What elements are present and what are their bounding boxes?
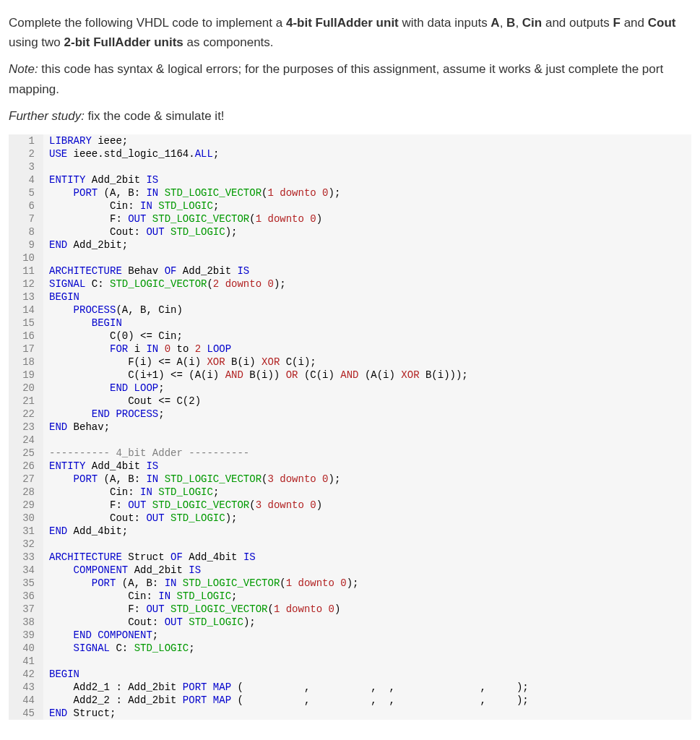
token-kw: IS xyxy=(146,174,158,186)
token-ident: (A, B: xyxy=(98,187,146,199)
line-number: 32 xyxy=(9,538,43,551)
code-content: Cin: IN STD_LOGIC; xyxy=(43,199,219,212)
line-number: 41 xyxy=(9,655,43,668)
code-line: 16 C(0) <= Cin; xyxy=(9,330,691,343)
code-content: END Struct; xyxy=(43,707,116,720)
line-number: 19 xyxy=(9,369,43,382)
token-ident: to xyxy=(170,343,195,355)
token-ident: ieee; xyxy=(92,135,128,147)
token-kw: PORT MAP xyxy=(183,694,231,706)
token-kw: BEGIN xyxy=(49,291,79,303)
token-ident: (C(i) xyxy=(298,369,340,381)
line-number: 12 xyxy=(9,278,43,291)
token-kw: IN xyxy=(146,343,158,355)
token-punct: ); xyxy=(329,473,341,485)
token-kw: END COMPONENT xyxy=(74,629,152,641)
token-kw: OUT xyxy=(146,603,164,615)
code-content: END Add_2bit; xyxy=(43,238,128,251)
code-content: END COMPONENT; xyxy=(43,629,158,642)
note-text: this code has syntax & logical errors; f… xyxy=(9,62,663,95)
token-kw: IN xyxy=(158,590,170,602)
code-content: END LOOP; xyxy=(43,382,165,395)
code-line: 13BEGIN xyxy=(9,291,691,304)
token-kw: PORT xyxy=(74,473,98,485)
token-ident: Cout: xyxy=(49,512,146,524)
token-kw: IS xyxy=(146,460,158,472)
line-number: 45 xyxy=(9,707,43,720)
token-kw: IN xyxy=(146,473,158,485)
bold: Cin xyxy=(522,16,542,30)
token-ident xyxy=(49,642,74,654)
line-number: 4 xyxy=(9,173,43,186)
line-number: 37 xyxy=(9,603,43,616)
token-ident: Add_4bit; xyxy=(67,525,128,537)
token-kw: SIGNAL xyxy=(74,642,110,654)
token-ident: Add2_2 : Add_2bit xyxy=(49,694,183,706)
line-number: 43 xyxy=(9,681,43,694)
code-content: Cout: OUT STD_LOGIC); xyxy=(43,616,256,629)
token-num: 1 downto 0 xyxy=(274,603,334,615)
code-line: 42BEGIN xyxy=(9,668,691,681)
token-kw: IS xyxy=(243,551,256,563)
token-type: STD_LOGIC_VECTOR xyxy=(152,213,249,225)
token-num: 3 downto 0 xyxy=(267,473,328,485)
token-ident: (A, B: xyxy=(116,577,164,589)
token-op: OR xyxy=(286,369,298,381)
code-content: PORT (A, B: IN STD_LOGIC_VECTOR(3 downto… xyxy=(43,473,340,486)
prompt-further-study: Further study: fix the code & simulate i… xyxy=(9,106,691,126)
token-ident: C: xyxy=(85,278,110,290)
token-ident: ( , , , , ); xyxy=(231,681,529,693)
token-kw: FOR xyxy=(110,343,128,355)
code-line: 31END Add_4bit; xyxy=(9,525,691,538)
token-kw: OUT xyxy=(146,226,164,238)
code-line: 18 F(i) <= A(i) XOR B(i) XOR C(i); xyxy=(9,356,691,369)
line-number: 17 xyxy=(9,343,43,356)
token-kw: LOOP xyxy=(207,343,232,355)
token-kw: IN xyxy=(146,187,158,199)
token-ident xyxy=(158,343,164,355)
line-number: 5 xyxy=(9,186,43,199)
code-line: 8 Cout: OUT STD_LOGIC); xyxy=(9,225,691,238)
code-content: COMPONENT Add_2bit IS xyxy=(43,564,201,577)
code-content: ARCHITECTURE Struct OF Add_4bit IS xyxy=(43,551,256,564)
code-content: BEGIN xyxy=(43,668,79,681)
token-kw: END xyxy=(49,525,67,537)
bold: B xyxy=(506,16,515,30)
token-ident xyxy=(49,408,92,420)
code-content: F: OUT STD_LOGIC_VECTOR(1 downto 0) xyxy=(43,603,340,616)
token-ident: C(i); xyxy=(280,356,316,368)
token-punct: ; xyxy=(213,148,219,160)
code-line: 17 FOR i IN 0 to 2 LOOP xyxy=(9,343,691,356)
token-punct: ); xyxy=(329,187,341,199)
line-number: 13 xyxy=(9,291,43,304)
code-line: 34 COMPONENT Add_2bit IS xyxy=(9,564,691,577)
token-punct: ) xyxy=(334,603,340,615)
line-number: 38 xyxy=(9,616,43,629)
code-content: SIGNAL C: STD_LOGIC_VECTOR(2 downto 0); xyxy=(43,278,286,291)
token-punct: ) xyxy=(316,499,322,511)
token-ident xyxy=(176,577,182,589)
token-type: STD_LOGIC xyxy=(158,200,213,212)
token-kw: END xyxy=(49,421,67,433)
code-line: 45END Struct; xyxy=(9,707,691,720)
code-content: ARCHITECTURE Behav OF Add_2bit IS xyxy=(43,264,249,278)
line-number: 7 xyxy=(9,212,43,225)
token-ident: ieee.std_logic_1164. xyxy=(67,148,194,160)
token-punct: ; xyxy=(158,408,164,420)
token-num: 3 downto 0 xyxy=(256,499,316,511)
code-line: 24 xyxy=(9,434,691,447)
token-kw: OF xyxy=(165,265,177,277)
code-content: BEGIN xyxy=(43,317,122,330)
token-type: STD_LOGIC_VECTOR xyxy=(170,603,267,615)
line-number: 3 xyxy=(9,160,43,173)
line-number: 27 xyxy=(9,473,43,486)
token-punct: ; xyxy=(189,642,194,654)
text: , xyxy=(515,16,522,30)
token-ident xyxy=(165,226,170,238)
token-cmt: ---------- 4_bit Adder ---------- xyxy=(49,447,249,459)
code-line: 30 Cout: OUT STD_LOGIC); xyxy=(9,512,691,525)
code-content: F: OUT STD_LOGIC_VECTOR(3 downto 0) xyxy=(43,499,322,512)
token-ident: F: xyxy=(49,213,128,225)
token-kw: LIBRARY xyxy=(49,135,92,147)
token-ident xyxy=(165,603,170,615)
